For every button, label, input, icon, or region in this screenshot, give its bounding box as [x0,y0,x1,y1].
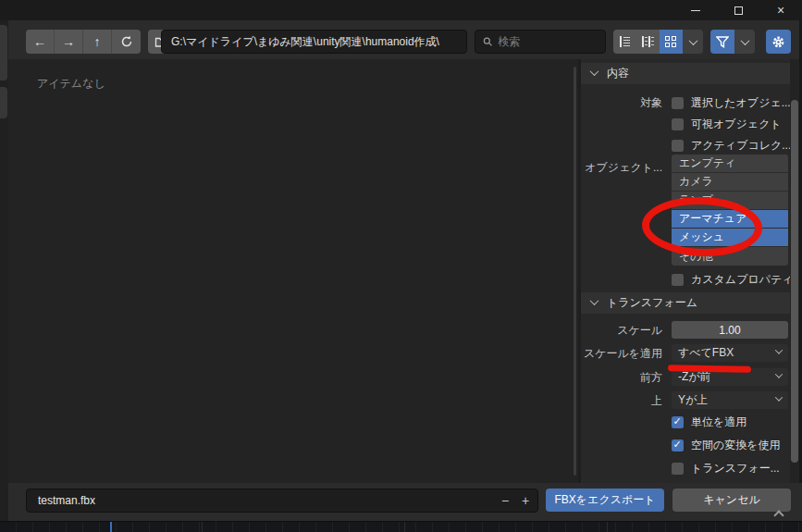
scale-value: 1.00 [719,324,740,337]
object-types-list: エンプティ カメラ ランプ アーマチュア メッシュ その他 [672,155,788,266]
cancel-button[interactable]: キャンセル [672,489,791,512]
maximize-icon [734,6,743,15]
file-browser-toolbar: ← → ↑ [8,20,802,59]
list-item-label: エンプティ [679,155,735,171]
timeline-playhead [110,522,112,532]
underlying-panel-tab [0,87,7,118]
chevron-down-icon [740,36,749,45]
dropdown-value: -Zが前 [678,369,776,385]
list-item-empty[interactable]: エンプティ [672,155,788,173]
forward-axis-dropdown[interactable]: -Zが前 [672,368,788,386]
section-title: トランスフォーム [607,295,697,311]
refresh-button[interactable] [112,30,141,54]
checkbox-row-apply-unit[interactable]: 単位を適用 [672,414,746,429]
forward-button[interactable]: → [55,30,83,54]
search-icon [483,36,492,47]
list-item-label: カメラ [679,174,713,190]
filename-input[interactable] [26,489,538,513]
search-field[interactable] [475,30,606,54]
checkbox-row-use-space-transform[interactable]: 空間の変換を使用 [672,438,781,452]
list-item-other[interactable]: その他 [672,247,788,266]
section-expand-icon [590,67,599,76]
maximize-button[interactable] [717,0,759,20]
checkbox-row-active-collection[interactable]: アクティブコレク... [672,138,791,153]
checkbox-row-visible-objects[interactable]: 可視オブジェクト [672,117,782,131]
object-types-label: オブジェクト... [581,158,662,177]
minimize-icon [691,10,700,11]
apply-scalings-dropdown[interactable]: すべてFBX [672,344,788,362]
options-panel-scrollbar[interactable] [790,59,799,483]
detail-list-icon [642,36,654,47]
target-label: 対象 [581,93,662,112]
chevron-down-icon [775,370,783,377]
view-mode-thumbnail-button[interactable] [660,30,683,54]
list-item-mesh[interactable]: メッシュ [672,229,788,247]
up-label: 上 [581,391,662,410]
display-settings-dropdown-button[interactable] [683,30,703,54]
back-icon: ← [33,34,46,49]
parent-directory-button[interactable]: ↑ [83,30,112,54]
dropdown-value: Yが上 [678,392,776,408]
grid-icon [665,36,677,48]
scrollbar-thumb[interactable] [574,67,576,476]
checkbox-label: 空間の変換を使用 [691,438,781,453]
section-expand-icon [590,296,599,305]
collapse-region-chevron-icon[interactable] [773,510,783,520]
checkbox[interactable] [672,274,684,286]
filename-decrement-button[interactable]: − [496,489,514,513]
list-item-armature[interactable]: アーマチュア [672,210,788,229]
section-title: 内容 [607,66,629,81]
navigation-button-group: ← → ↑ [26,30,141,54]
close-button[interactable]: × [759,0,802,20]
refresh-icon [120,35,133,48]
search-input[interactable] [498,35,598,48]
list-item-lamp[interactable]: ランプ [672,192,788,210]
section-header-transform[interactable]: トランスフォーム [581,292,790,314]
checkbox[interactable] [672,439,684,452]
scrollbar-thumb[interactable] [791,100,798,463]
checkbox[interactable] [672,140,684,152]
settings-button[interactable] [766,30,791,54]
minimize-button[interactable] [674,0,717,20]
directory-path-input[interactable] [161,30,467,54]
cancel-button-label: キャンセル [703,492,759,508]
back-button[interactable]: ← [26,30,55,54]
checkbox[interactable] [672,118,684,130]
forward-icon: → [62,34,75,49]
checkbox-label: 単位を適用 [691,414,746,430]
checkbox[interactable] [672,97,684,109]
checkbox[interactable] [672,463,684,475]
close-icon: × [777,4,784,17]
empty-list-message: アイテムなし [37,76,105,92]
filter-settings-dropdown-button[interactable] [734,30,755,54]
up-arrow-icon: ↑ [94,34,101,49]
checkbox-row-selected-objects[interactable]: 選択したオブジェ... [672,95,791,110]
underlying-window-edge [0,20,8,521]
chevron-down-icon [688,36,697,45]
file-list-area[interactable]: アイテムなし [8,59,573,483]
checkbox-label: トランスフォー... [691,461,780,476]
view-mode-detail-list-button[interactable] [636,30,660,54]
plus-icon: + [522,493,529,508]
scale-value-slider[interactable]: 1.00 [672,321,788,339]
checkbox-label: 選択したオブジェ... [691,95,791,111]
export-options-panel: 内容 対象 選択したオブジェ... 可視オブジェクト アクティブコレク... オ… [581,59,790,483]
list-item-camera[interactable]: カメラ [672,173,788,192]
up-axis-dropdown[interactable]: Yが上 [672,391,788,409]
dropdown-value: すべてFBX [678,345,776,361]
filter-toggle-button[interactable] [710,30,734,54]
section-header-content[interactable]: 内容 [581,63,790,84]
export-fbx-button[interactable]: FBXをエクスポート [546,489,664,512]
list-item-label: その他 [679,249,713,265]
filename-increment-button[interactable]: + [516,489,535,513]
checkbox[interactable] [672,416,684,428]
apply-scalings-label: スケールを適用 [581,344,662,363]
chevron-down-icon [775,393,783,401]
window-titlebar: × [0,0,802,20]
checkbox-row-apply-transform[interactable]: トランスフォー... [672,461,788,476]
checkbox-row-custom-properties[interactable]: カスタムプロパティ [672,272,794,287]
minus-icon: − [501,493,509,508]
vertical-list-icon [620,36,631,47]
view-mode-vertical-list-button[interactable] [613,30,636,54]
underlying-panel-tab [0,25,7,80]
